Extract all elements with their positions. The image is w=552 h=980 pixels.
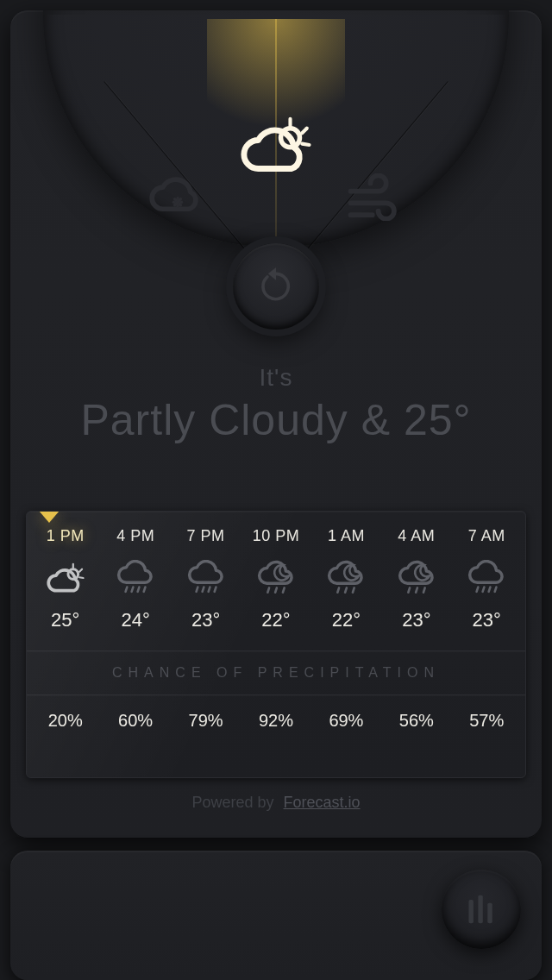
forecast-precip: 60%	[100, 711, 170, 731]
rain-icon	[100, 557, 170, 599]
forecast-time: 1 PM	[30, 527, 100, 545]
stats-button[interactable]	[442, 870, 521, 949]
headline-prefix: It's	[10, 364, 542, 392]
wind-icon[interactable]	[335, 157, 414, 236]
forecast-time: 10 PM	[241, 527, 310, 545]
current-conditions: It's Partly Cloudy & 25°	[10, 364, 542, 445]
forecast-time: 4 AM	[381, 527, 451, 545]
cloud-snow-icon[interactable]	[138, 157, 217, 236]
forecast-temp: 23°	[381, 609, 451, 631]
refresh-button[interactable]	[233, 243, 319, 330]
weather-card: It's Partly Cloudy & 25° 1 PM 25° 4 PM 2…	[10, 10, 542, 839]
forecast-temp: 25°	[30, 609, 100, 631]
forecast-col[interactable]: 7 PM 23°	[171, 527, 241, 631]
partly-cloudy-icon	[30, 557, 100, 599]
attribution: Powered by Forecast.io	[10, 794, 542, 812]
forecast-time: 4 PM	[100, 527, 170, 545]
forecast-temp: 23°	[171, 609, 241, 631]
forecast-col[interactable]: 4 PM 24°	[100, 527, 170, 631]
forecast-temp: 24°	[100, 609, 170, 631]
forecast-time: 1 AM	[311, 527, 381, 545]
current-hour-marker-icon	[39, 511, 60, 523]
precipitation-label: CHANCE OF PRECIPITATION	[27, 651, 525, 694]
forecast-precip: 69%	[311, 711, 381, 731]
provider-link[interactable]: Forecast.io	[284, 794, 361, 811]
rain-night-icon	[241, 557, 310, 599]
forecast-precip: 92%	[241, 711, 310, 731]
forecast-temp: 23°	[452, 609, 522, 631]
next-card-peek[interactable]	[10, 851, 542, 980]
forecast-temp: 22°	[241, 609, 310, 631]
forecast-time: 7 AM	[452, 527, 522, 545]
forecast-temp: 22°	[311, 609, 381, 631]
bars-icon	[464, 892, 499, 927]
forecast-col[interactable]: 1 AM 22°	[311, 527, 381, 631]
forecast-precip: 56%	[381, 711, 451, 731]
forecast-col[interactable]: 7 AM 23°	[452, 527, 522, 631]
forecast-col[interactable]: 10 PM 22°	[241, 527, 310, 631]
forecast-precip: 20%	[30, 711, 100, 731]
forecast-precip: 79%	[171, 711, 241, 731]
forecast-col[interactable]: 1 PM 25°	[30, 527, 100, 631]
precipitation-row: 20% 60% 79% 92% 69% 56% 57%	[27, 695, 525, 746]
rain-icon	[171, 557, 241, 599]
rain-night-icon	[311, 557, 381, 599]
hourly-forecast-panel[interactable]: 1 PM 25° 4 PM 24° 7 PM 23° 10 PM 22° 1 A	[26, 511, 526, 778]
partly-cloudy-icon[interactable]	[236, 105, 316, 185]
rain-icon	[452, 557, 522, 599]
forecast-col[interactable]: 4 AM 23°	[381, 527, 451, 631]
forecast-time: 7 PM	[171, 527, 241, 545]
headline-condition: Partly Cloudy & 25°	[10, 395, 542, 445]
forecast-hours-row: 1 PM 25° 4 PM 24° 7 PM 23° 10 PM 22° 1 A	[27, 512, 525, 631]
refresh-icon	[257, 267, 295, 305]
powered-by-label: Powered by	[191, 794, 273, 811]
weather-dial[interactable]	[10, 19, 542, 338]
forecast-precip: 57%	[452, 711, 522, 731]
rain-night-icon	[381, 557, 451, 599]
